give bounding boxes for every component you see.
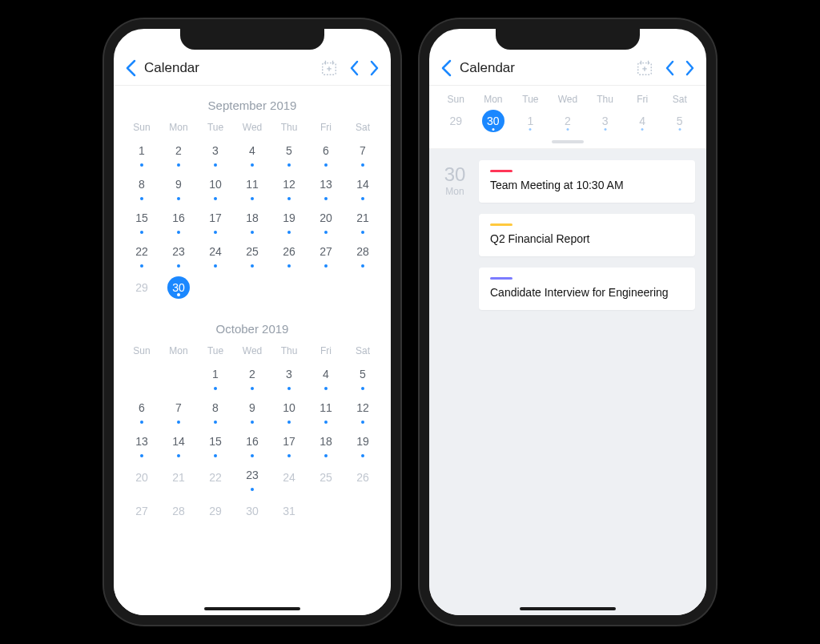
event-dot-icon bbox=[177, 163, 180, 167]
day-cell[interactable]: 2 bbox=[234, 361, 271, 392]
day-cell[interactable]: 11 bbox=[234, 171, 271, 202]
day-cell[interactable]: 31 bbox=[271, 496, 308, 526]
day-cell[interactable]: 22 bbox=[197, 462, 234, 493]
day-cell[interactable]: 17 bbox=[271, 429, 308, 459]
day-cell[interactable]: 4 bbox=[308, 361, 344, 392]
day-cell[interactable]: 3 bbox=[197, 138, 234, 168]
day-cell[interactable]: 12 bbox=[271, 171, 308, 202]
week-strip[interactable]: Sun29Mon30Tue1Wed2Thu3Fri4Sat5 bbox=[429, 86, 706, 149]
day-cell[interactable]: 9 bbox=[160, 171, 197, 202]
day-cell[interactable]: 12 bbox=[344, 395, 381, 425]
day-cell[interactable]: 6 bbox=[308, 138, 344, 168]
day-cell[interactable]: 25 bbox=[234, 239, 271, 269]
calendar-add-icon[interactable] bbox=[320, 59, 338, 77]
day-cell[interactable]: 24 bbox=[197, 239, 234, 269]
day-cell[interactable]: 21 bbox=[344, 205, 381, 235]
day-cell[interactable]: 22 bbox=[123, 239, 160, 269]
day-cell[interactable]: 15 bbox=[197, 429, 234, 459]
drag-handle[interactable] bbox=[552, 140, 584, 143]
event-dot-icon bbox=[287, 197, 291, 200]
day-cell[interactable]: 8 bbox=[123, 171, 160, 202]
agenda-list[interactable]: 30 Mon Team Meeting at 10:30 AMQ2 Financ… bbox=[429, 149, 706, 615]
day-cell[interactable]: 25 bbox=[308, 462, 344, 493]
day-cell[interactable]: 17 bbox=[197, 205, 234, 235]
month-scroll[interactable]: September 2019SunMonTueWedThuFriSat12345… bbox=[114, 86, 391, 615]
event-card[interactable]: Candidate Interview for Engineering bbox=[479, 268, 695, 310]
weekday-header: SunMonTueWedThuFriSat bbox=[123, 340, 381, 361]
week-strip-day[interactable]: Wed2 bbox=[549, 91, 587, 137]
day-cell[interactable]: 18 bbox=[308, 429, 344, 459]
day-cell[interactable]: 7 bbox=[344, 138, 381, 168]
day-number: 21 bbox=[167, 466, 190, 489]
day-cell[interactable]: 23 bbox=[234, 462, 271, 493]
event-dot-icon bbox=[214, 163, 217, 167]
event-dot-icon bbox=[361, 264, 364, 268]
day-cell[interactable]: 27 bbox=[123, 496, 160, 526]
week-strip-day[interactable]: Thu3 bbox=[586, 91, 624, 137]
week-strip-day[interactable]: Mon30 bbox=[475, 91, 512, 137]
event-card[interactable]: Team Meeting at 10:30 AM bbox=[479, 160, 695, 203]
home-indicator[interactable] bbox=[520, 607, 616, 610]
day-cell[interactable]: 10 bbox=[197, 171, 234, 202]
next-button[interactable] bbox=[370, 60, 380, 76]
day-cell[interactable]: 15 bbox=[123, 205, 160, 235]
page-title: Calendar bbox=[144, 60, 314, 76]
day-cell[interactable]: 13 bbox=[123, 429, 160, 459]
day-cell[interactable]: 20 bbox=[123, 462, 160, 493]
prev-button[interactable] bbox=[665, 60, 674, 76]
back-button[interactable] bbox=[440, 59, 452, 77]
day-cell[interactable]: 16 bbox=[234, 429, 271, 459]
day-cell[interactable]: 10 bbox=[271, 395, 308, 425]
day-cell[interactable]: 5 bbox=[344, 361, 381, 392]
day-cell[interactable]: 4 bbox=[234, 138, 271, 168]
prev-button[interactable] bbox=[349, 60, 359, 76]
day-cell[interactable]: 30 bbox=[234, 496, 271, 526]
day-cell[interactable]: 19 bbox=[271, 205, 308, 235]
day-cell[interactable]: 23 bbox=[160, 239, 197, 269]
event-dot-icon bbox=[324, 163, 328, 167]
day-cell[interactable]: 18 bbox=[234, 205, 271, 235]
day-cell[interactable]: 28 bbox=[160, 496, 197, 526]
home-indicator[interactable] bbox=[204, 607, 300, 610]
day-cell[interactable]: 7 bbox=[160, 395, 197, 425]
day-cell[interactable]: 19 bbox=[344, 429, 381, 459]
weekday-label: Tue bbox=[197, 340, 234, 361]
day-cell[interactable]: 3 bbox=[271, 361, 308, 392]
week-strip-day[interactable]: Sun29 bbox=[437, 91, 475, 137]
day-cell[interactable]: 5 bbox=[271, 138, 308, 168]
day-cell[interactable]: 2 bbox=[160, 138, 197, 168]
day-cell[interactable]: 20 bbox=[308, 205, 344, 235]
week-strip-day[interactable]: Sat5 bbox=[661, 91, 698, 137]
day-cell[interactable]: 28 bbox=[344, 239, 381, 269]
day-cell[interactable]: 11 bbox=[308, 395, 344, 425]
day-cell[interactable]: 14 bbox=[160, 429, 197, 459]
day-cell[interactable]: 27 bbox=[308, 239, 344, 269]
day-cell[interactable]: 21 bbox=[160, 462, 197, 493]
day-cell[interactable]: 29 bbox=[197, 496, 234, 526]
day-number: 9 bbox=[167, 173, 190, 195]
event-card[interactable]: Q2 Financial Report bbox=[479, 214, 695, 256]
day-cell[interactable]: 1 bbox=[123, 138, 160, 168]
header-actions bbox=[320, 59, 380, 77]
day-cell[interactable]: 16 bbox=[160, 205, 197, 235]
day-cell[interactable]: 29 bbox=[123, 272, 160, 303]
day-cell[interactable]: 30 bbox=[160, 272, 197, 303]
agenda-date-number: 30 bbox=[439, 163, 471, 186]
back-button[interactable] bbox=[125, 59, 136, 77]
event-dot-icon bbox=[324, 231, 328, 234]
calendar-add-icon[interactable] bbox=[636, 59, 653, 77]
week-strip-day[interactable]: Tue1 bbox=[512, 91, 549, 137]
day-cell[interactable]: 14 bbox=[344, 171, 381, 202]
next-button[interactable] bbox=[685, 60, 695, 76]
day-cell[interactable]: 9 bbox=[234, 395, 271, 425]
day-number: 12 bbox=[278, 173, 300, 195]
day-number: 11 bbox=[241, 173, 263, 195]
week-strip-day[interactable]: Fri4 bbox=[624, 91, 661, 137]
day-cell[interactable]: 8 bbox=[197, 395, 234, 425]
day-cell[interactable]: 26 bbox=[271, 239, 308, 269]
day-cell[interactable]: 13 bbox=[308, 171, 344, 202]
day-cell[interactable]: 6 bbox=[123, 395, 160, 425]
day-cell[interactable]: 26 bbox=[344, 462, 381, 493]
day-cell[interactable]: 24 bbox=[271, 462, 308, 493]
day-cell[interactable]: 1 bbox=[197, 361, 234, 392]
